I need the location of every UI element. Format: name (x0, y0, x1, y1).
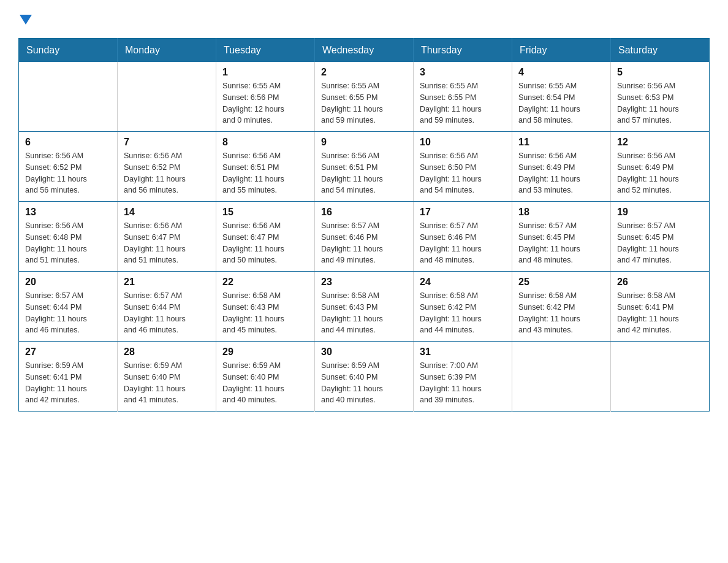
day-number: 24 (420, 277, 506, 288)
day-number: 13 (25, 207, 111, 218)
calendar-week-2: 6Sunrise: 6:56 AMSunset: 6:52 PMDaylight… (19, 132, 710, 202)
day-number: 23 (321, 277, 407, 288)
calendar-cell: 15Sunrise: 6:56 AMSunset: 6:47 PMDayligh… (216, 202, 315, 272)
calendar-cell (19, 62, 118, 132)
calendar-cell: 27Sunrise: 6:59 AMSunset: 6:41 PMDayligh… (19, 342, 118, 412)
day-number: 31 (420, 347, 506, 358)
day-number: 22 (222, 277, 308, 288)
day-info: Sunrise: 6:56 AMSunset: 6:52 PMDaylight:… (124, 150, 210, 196)
calendar-cell: 20Sunrise: 6:57 AMSunset: 6:44 PMDayligh… (19, 272, 118, 342)
day-number: 14 (124, 207, 210, 218)
day-number: 27 (25, 347, 111, 358)
calendar-cell: 19Sunrise: 6:57 AMSunset: 6:45 PMDayligh… (611, 202, 710, 272)
calendar-cell: 30Sunrise: 6:59 AMSunset: 6:40 PMDayligh… (315, 342, 414, 412)
calendar-cell: 21Sunrise: 6:57 AMSunset: 6:44 PMDayligh… (118, 272, 216, 342)
calendar-cell: 25Sunrise: 6:58 AMSunset: 6:42 PMDayligh… (512, 272, 611, 342)
day-info: Sunrise: 6:56 AMSunset: 6:51 PMDaylight:… (222, 150, 308, 196)
day-info: Sunrise: 6:56 AMSunset: 6:48 PMDaylight:… (25, 220, 111, 266)
day-info: Sunrise: 6:56 AMSunset: 6:52 PMDaylight:… (25, 150, 111, 196)
day-info: Sunrise: 6:55 AMSunset: 6:55 PMDaylight:… (321, 80, 407, 126)
calendar-cell: 16Sunrise: 6:57 AMSunset: 6:46 PMDayligh… (315, 202, 414, 272)
day-info: Sunrise: 6:56 AMSunset: 6:49 PMDaylight:… (518, 150, 604, 196)
calendar-cell: 26Sunrise: 6:58 AMSunset: 6:41 PMDayligh… (611, 272, 710, 342)
day-info: Sunrise: 6:59 AMSunset: 6:40 PMDaylight:… (321, 360, 407, 406)
calendar-cell: 9Sunrise: 6:56 AMSunset: 6:51 PMDaylight… (315, 132, 414, 202)
calendar-cell: 10Sunrise: 6:56 AMSunset: 6:50 PMDayligh… (414, 132, 512, 202)
calendar-header-friday: Friday (512, 39, 611, 63)
calendar-cell: 7Sunrise: 6:56 AMSunset: 6:52 PMDaylight… (118, 132, 216, 202)
calendar-cell: 14Sunrise: 6:56 AMSunset: 6:47 PMDayligh… (118, 202, 216, 272)
day-info: Sunrise: 6:57 AMSunset: 6:45 PMDaylight:… (617, 220, 703, 266)
day-number: 21 (124, 277, 210, 288)
day-info: Sunrise: 6:58 AMSunset: 6:42 PMDaylight:… (518, 290, 604, 336)
day-number: 6 (25, 137, 111, 148)
calendar-table: SundayMondayTuesdayWednesdayThursdayFrid… (18, 38, 710, 412)
day-info: Sunrise: 6:56 AMSunset: 6:50 PMDaylight:… (420, 150, 506, 196)
calendar-header-tuesday: Tuesday (216, 39, 315, 63)
calendar-cell: 12Sunrise: 6:56 AMSunset: 6:49 PMDayligh… (611, 132, 710, 202)
day-info: Sunrise: 6:57 AMSunset: 6:45 PMDaylight:… (518, 220, 604, 266)
calendar-cell: 24Sunrise: 6:58 AMSunset: 6:42 PMDayligh… (414, 272, 512, 342)
day-info: Sunrise: 6:57 AMSunset: 6:44 PMDaylight:… (124, 290, 210, 336)
calendar-cell: 2Sunrise: 6:55 AMSunset: 6:55 PMDaylight… (315, 62, 414, 132)
calendar-week-3: 13Sunrise: 6:56 AMSunset: 6:48 PMDayligh… (19, 202, 710, 272)
day-number: 16 (321, 207, 407, 218)
day-number: 1 (222, 67, 308, 78)
calendar-cell (118, 62, 216, 132)
calendar-week-1: 1Sunrise: 6:55 AMSunset: 6:56 PMDaylight… (19, 62, 710, 132)
calendar-cell: 22Sunrise: 6:58 AMSunset: 6:43 PMDayligh… (216, 272, 315, 342)
calendar-cell: 4Sunrise: 6:55 AMSunset: 6:54 PMDaylight… (512, 62, 611, 132)
day-number: 8 (222, 137, 308, 148)
day-number: 7 (124, 137, 210, 148)
day-info: Sunrise: 6:55 AMSunset: 6:56 PMDaylight:… (222, 80, 308, 126)
day-number: 12 (617, 137, 703, 148)
day-number: 2 (321, 67, 407, 78)
calendar-cell: 1Sunrise: 6:55 AMSunset: 6:56 PMDaylight… (216, 62, 315, 132)
calendar-cell: 8Sunrise: 6:56 AMSunset: 6:51 PMDaylight… (216, 132, 315, 202)
day-number: 11 (518, 137, 604, 148)
calendar-header-saturday: Saturday (611, 39, 710, 63)
calendar-header-monday: Monday (118, 39, 216, 63)
day-number: 29 (222, 347, 308, 358)
day-number: 25 (518, 277, 604, 288)
calendar-header-thursday: Thursday (414, 39, 512, 63)
calendar-cell: 3Sunrise: 6:55 AMSunset: 6:55 PMDaylight… (414, 62, 512, 132)
day-number: 18 (518, 207, 604, 218)
calendar-cell: 13Sunrise: 6:56 AMSunset: 6:48 PMDayligh… (19, 202, 118, 272)
day-info: Sunrise: 6:57 AMSunset: 6:44 PMDaylight:… (25, 290, 111, 336)
day-info: Sunrise: 6:57 AMSunset: 6:46 PMDaylight:… (420, 220, 506, 266)
day-number: 10 (420, 137, 506, 148)
calendar-cell (512, 342, 611, 412)
day-number: 5 (617, 67, 703, 78)
calendar-cell (611, 342, 710, 412)
calendar-header-sunday: Sunday (19, 39, 118, 63)
day-number: 30 (321, 347, 407, 358)
day-info: Sunrise: 6:56 AMSunset: 6:47 PMDaylight:… (222, 220, 308, 266)
day-info: Sunrise: 6:58 AMSunset: 6:42 PMDaylight:… (420, 290, 506, 336)
logo (18, 12, 32, 26)
day-info: Sunrise: 6:56 AMSunset: 6:51 PMDaylight:… (321, 150, 407, 196)
calendar-header-row: SundayMondayTuesdayWednesdayThursdayFrid… (19, 39, 710, 63)
day-number: 9 (321, 137, 407, 148)
day-info: Sunrise: 6:59 AMSunset: 6:40 PMDaylight:… (124, 360, 210, 406)
calendar-cell: 6Sunrise: 6:56 AMSunset: 6:52 PMDaylight… (19, 132, 118, 202)
calendar-cell: 18Sunrise: 6:57 AMSunset: 6:45 PMDayligh… (512, 202, 611, 272)
day-info: Sunrise: 7:00 AMSunset: 6:39 PMDaylight:… (420, 360, 506, 406)
day-info: Sunrise: 6:55 AMSunset: 6:54 PMDaylight:… (518, 80, 604, 126)
page-header (18, 12, 710, 26)
day-info: Sunrise: 6:58 AMSunset: 6:41 PMDaylight:… (617, 290, 703, 336)
day-info: Sunrise: 6:58 AMSunset: 6:43 PMDaylight:… (321, 290, 407, 336)
day-number: 4 (518, 67, 604, 78)
calendar-cell: 23Sunrise: 6:58 AMSunset: 6:43 PMDayligh… (315, 272, 414, 342)
day-info: Sunrise: 6:59 AMSunset: 6:40 PMDaylight:… (222, 360, 308, 406)
calendar-cell: 28Sunrise: 6:59 AMSunset: 6:40 PMDayligh… (118, 342, 216, 412)
calendar-header-wednesday: Wednesday (315, 39, 414, 63)
day-info: Sunrise: 6:56 AMSunset: 6:47 PMDaylight:… (124, 220, 210, 266)
day-number: 20 (25, 277, 111, 288)
calendar-week-4: 20Sunrise: 6:57 AMSunset: 6:44 PMDayligh… (19, 272, 710, 342)
calendar-cell: 11Sunrise: 6:56 AMSunset: 6:49 PMDayligh… (512, 132, 611, 202)
logo-triangle-icon (20, 15, 32, 25)
day-number: 28 (124, 347, 210, 358)
day-number: 26 (617, 277, 703, 288)
calendar-cell: 5Sunrise: 6:56 AMSunset: 6:53 PMDaylight… (611, 62, 710, 132)
